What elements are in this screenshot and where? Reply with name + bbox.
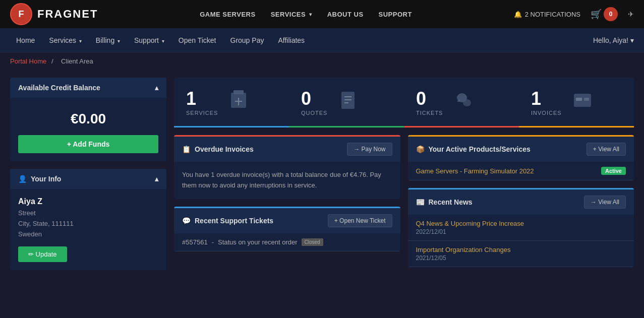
svg-rect-12 bbox=[576, 98, 582, 101]
breadcrumb-portal-home[interactable]: Portal Home bbox=[10, 57, 46, 65]
breadcrumb: Portal Home / Client Area bbox=[0, 52, 644, 70]
stat-tickets[interactable]: 0 TICKETS bbox=[404, 78, 519, 128]
your-info-body: Aiya Z Street City, State, 111111 Sweden… bbox=[10, 189, 166, 270]
services-label: SERVICES bbox=[186, 110, 218, 116]
hello-user-dropdown-icon: ▾ bbox=[630, 36, 634, 44]
svg-rect-1 bbox=[233, 90, 244, 94]
bottom-panels: 📋 Overdue Invoices → Pay Now You have 1 … bbox=[174, 135, 634, 270]
support2-dropdown-icon: ▾ bbox=[160, 38, 164, 44]
product-name: Game Servers - Farming Simulator 2022 bbox=[416, 167, 534, 175]
second-navigation: Home Services ▾ Billing ▾ Support ▾ Open… bbox=[0, 28, 644, 52]
hello-user-text: Hello, Aiya! bbox=[593, 36, 628, 44]
billing-dropdown-icon: ▾ bbox=[116, 38, 120, 44]
ticket-status-badge: Closed bbox=[302, 238, 323, 246]
stats-bar: 1 SERVICES 0 QUOTES bbox=[174, 78, 634, 128]
open-new-ticket-button[interactable]: + Open New Ticket bbox=[328, 214, 392, 227]
stat-services[interactable]: 1 SERVICES bbox=[174, 78, 289, 128]
top-navigation: F FRAGNET GAME SERVERS SERVICES ▾ ABOUT … bbox=[0, 0, 644, 28]
hello-user[interactable]: Hello, Aiya! ▾ bbox=[593, 36, 634, 44]
user-city-state: City, State, 111111 bbox=[18, 219, 158, 229]
your-info-card: 👤 Your Info ▴ Aiya Z Street City, State,… bbox=[10, 169, 166, 270]
recent-news-title: Recent News bbox=[429, 198, 473, 206]
top-nav-arrow-icon[interactable]: ✈ bbox=[628, 10, 634, 18]
user-country: Sweden bbox=[18, 229, 158, 240]
user-street: Street bbox=[18, 208, 158, 219]
bell-icon: 🔔 bbox=[514, 11, 522, 18]
recent-news-header: 📰 Recent News → View All bbox=[408, 188, 634, 215]
stat-invoices[interactable]: 1 INVOICES bbox=[519, 78, 634, 128]
overdue-invoices-card: 📋 Overdue Invoices → Pay Now You have 1 … bbox=[174, 135, 400, 199]
breadcrumb-current: Client Area bbox=[61, 57, 93, 65]
view-all-news-button[interactable]: → View All bbox=[584, 196, 626, 209]
nav-about-us[interactable]: ABOUT US bbox=[327, 11, 364, 18]
news-date-1: 2021/12/05 bbox=[416, 255, 626, 262]
product-status-badge: Active bbox=[601, 167, 626, 175]
logo-text: FRAGNET bbox=[37, 8, 98, 21]
your-info-title: Your Info bbox=[31, 175, 61, 183]
panel-left: 📋 Overdue Invoices → Pay Now You have 1 … bbox=[174, 135, 400, 270]
ticket-item[interactable]: #557561 - Status on your recent order Cl… bbox=[174, 233, 400, 251]
quotes-label: QUOTES bbox=[301, 110, 327, 116]
active-products-header: 📦 Your Active Products/Services + View A… bbox=[408, 135, 634, 162]
user-icon: 👤 bbox=[18, 175, 27, 183]
update-button[interactable]: ✏ Update bbox=[18, 246, 67, 262]
nav-services[interactable]: SERVICES ▾ bbox=[271, 11, 312, 18]
view-all-products-button[interactable]: + View All bbox=[587, 143, 626, 156]
nav-home[interactable]: Home bbox=[10, 33, 41, 47]
second-nav-links: Home Services ▾ Billing ▾ Support ▾ Open… bbox=[10, 33, 311, 47]
nav-game-servers[interactable]: GAME SERVERS bbox=[200, 11, 256, 18]
ticket-id: #557561 bbox=[182, 238, 208, 246]
breadcrumb-separator: / bbox=[51, 57, 55, 65]
overdue-invoices-header: 📋 Overdue Invoices → Pay Now bbox=[174, 135, 400, 162]
top-nav-links: GAME SERVERS SERVICES ▾ ABOUT US SUPPORT bbox=[200, 11, 412, 18]
nav-services-2[interactable]: Services ▾ bbox=[43, 33, 87, 47]
credit-balance-header: Available Credit Balance ▴ bbox=[10, 78, 166, 98]
news-item-1[interactable]: Important Organization Changes 2021/12/0… bbox=[408, 241, 634, 267]
credit-balance-body: €0.00 + Add Funds bbox=[10, 98, 166, 161]
active-products-title: Your Active Products/Services bbox=[429, 145, 531, 153]
your-info-collapse-icon[interactable]: ▴ bbox=[155, 175, 158, 183]
news-header-icon: 📰 bbox=[416, 198, 425, 206]
services-count: 1 bbox=[186, 90, 218, 108]
ticket-subject: Status on your recent order bbox=[218, 238, 298, 246]
user-name: Aiya Z bbox=[18, 197, 158, 206]
stat-quotes[interactable]: 0 QUOTES bbox=[289, 78, 404, 128]
tickets-count: 0 bbox=[416, 90, 443, 108]
ticket-header-icon: 💬 bbox=[182, 217, 191, 225]
nav-open-ticket[interactable]: Open Ticket bbox=[172, 33, 222, 47]
recent-tickets-header: 💬 Recent Support Tickets + Open New Tick… bbox=[174, 207, 400, 233]
notifications-button[interactable]: 🔔 2 NOTIFICATIONS bbox=[514, 11, 580, 18]
svg-rect-13 bbox=[584, 98, 589, 101]
services-dropdown-arrow: ▾ bbox=[309, 12, 312, 17]
products-header-icon: 📦 bbox=[416, 145, 425, 153]
nav-support[interactable]: SUPPORT bbox=[379, 11, 412, 18]
right-content: 1 SERVICES 0 QUOTES bbox=[174, 78, 634, 270]
cart-button[interactable]: 0 bbox=[604, 7, 618, 21]
overdue-invoices-body: You have 1 overdue invoice(s) with a tot… bbox=[174, 162, 400, 199]
quotes-icon bbox=[335, 88, 361, 117]
recent-news-card: 📰 Recent News → View All Q4 News & Upcom… bbox=[408, 188, 634, 267]
invoices-icon bbox=[570, 88, 595, 117]
credit-balance-collapse-icon[interactable]: ▴ bbox=[155, 84, 158, 92]
nav-affiliates[interactable]: Affiliates bbox=[272, 33, 311, 47]
quotes-count: 0 bbox=[301, 90, 327, 108]
news-title-1: Important Organization Changes bbox=[416, 246, 626, 253]
nav-support-2[interactable]: Support ▾ bbox=[128, 33, 170, 47]
svg-point-9 bbox=[463, 99, 471, 106]
product-item[interactable]: Game Servers - Farming Simulator 2022 Ac… bbox=[408, 162, 634, 180]
main-content: Available Credit Balance ▴ €0.00 + Add F… bbox=[0, 70, 644, 278]
services2-dropdown-icon: ▾ bbox=[78, 38, 82, 44]
pay-now-button[interactable]: → Pay Now bbox=[347, 143, 392, 156]
overdue-invoices-message: You have 1 overdue invoice(s) with a tot… bbox=[182, 170, 392, 191]
add-funds-button[interactable]: + Add Funds bbox=[18, 135, 158, 153]
invoice-header-icon: 📋 bbox=[182, 145, 191, 153]
nav-billing[interactable]: Billing ▾ bbox=[90, 33, 126, 47]
logo-area: F FRAGNET bbox=[10, 3, 98, 25]
news-item-0[interactable]: Q4 News & Upcoming Price Increase 2022/1… bbox=[408, 215, 634, 241]
recent-tickets-card: 💬 Recent Support Tickets + Open New Tick… bbox=[174, 207, 400, 251]
cart-badge: 0 bbox=[609, 11, 613, 18]
nav-group-pay[interactable]: Group Pay bbox=[224, 33, 270, 47]
invoices-label: INVOICES bbox=[531, 110, 562, 116]
cart-area[interactable]: 🛒 0 bbox=[591, 7, 618, 21]
credit-balance-title: Available Credit Balance bbox=[18, 84, 100, 92]
